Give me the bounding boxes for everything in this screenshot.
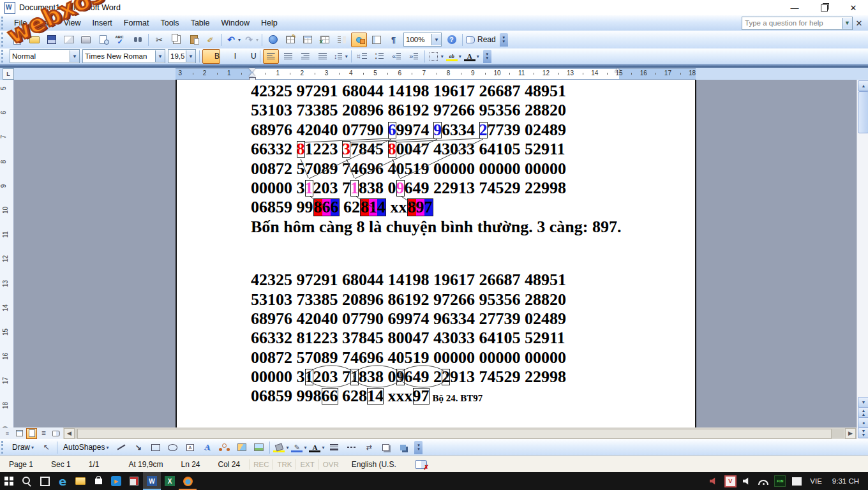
menu-help[interactable]: Help [255,17,283,29]
volume-mixer-icon[interactable] [705,472,722,490]
font-combo[interactable]: Times New Roman▼ [82,49,165,63]
menu-format[interactable]: Format [118,17,155,29]
line-icon-button[interactable] [113,440,129,455]
dash-style-icon-button[interactable] [343,440,359,455]
restore-button[interactable] [809,0,839,15]
chevron-down-icon[interactable]: ▼ [70,50,79,62]
threed-style-icon-button[interactable] [395,440,411,455]
wifi-icon[interactable] [755,472,772,490]
search-icon[interactable] [18,472,36,490]
numbering-icon-button[interactable] [354,49,370,64]
fill-color-icon-button[interactable]: ▾ [273,440,289,455]
previous-page-icon[interactable]: ▲▲ [858,407,868,418]
horizontal-scroll-thumb[interactable] [77,429,832,439]
first-line-indent-marker[interactable] [249,68,255,72]
minimize-button[interactable]: — [780,0,809,15]
menu-edit[interactable]: Edit [33,17,58,29]
chevron-down-icon[interactable]: ▼ [155,50,165,62]
italic-button-button[interactable]: I [221,49,237,64]
word-taskbar-icon[interactable]: W [143,472,161,490]
vertical-scroll-thumb[interactable] [858,91,868,133]
hanging-indent-marker[interactable] [249,73,255,77]
action-center-icon[interactable] [788,472,805,490]
outline-view-button[interactable] [38,428,49,439]
menu-file[interactable]: File [8,17,33,29]
vertical-ruler[interactable]: 5678910111213141516171819 [0,80,14,427]
picture-icon-button[interactable] [251,440,267,455]
draw-menu[interactable]: Draw▾ [9,440,37,455]
toolbar-options-icon[interactable]: ▾▾ [483,50,491,63]
vertical-scrollbar[interactable]: ▲ ▼ ▲▲ ● ▼▼ [857,80,868,439]
toolbar-grip[interactable] [1,50,6,62]
unikey-icon[interactable] [125,472,143,490]
arrow-icon-button[interactable] [130,440,146,455]
horizontal-scroll-track[interactable] [76,429,844,438]
tab-selector[interactable]: L [3,68,14,80]
toolbar-grip[interactable] [1,17,6,29]
file-explorer-icon[interactable] [71,472,89,490]
select-browse-object-icon[interactable]: ● [858,417,868,428]
new-document-icon-button[interactable] [9,33,25,47]
font-color2-icon-button[interactable]: ▾ [308,440,325,455]
help-icon-button[interactable] [444,33,460,47]
status-flag-ext[interactable]: EXT [296,459,318,470]
bold-button-button[interactable]: B [202,49,220,64]
oval-icon-button[interactable] [165,440,181,455]
select-objects-icon-button[interactable] [38,440,54,455]
menu-table[interactable]: Table [185,17,216,29]
size-combo[interactable]: 19,5▼ [168,49,196,63]
document-content[interactable]: 42325 97291 68044 14198 19617 26687 4895… [251,82,621,406]
mail-icon-button[interactable] [61,33,77,47]
clock[interactable]: 9:31 CH [827,477,868,485]
spelling-status-icon[interactable] [415,460,427,469]
insert-table-icon-button[interactable] [299,33,315,47]
style-combo[interactable]: Normal▼ [10,49,80,63]
format-painter-icon-button[interactable] [203,33,219,47]
chevron-down-icon[interactable]: ▼ [842,18,852,29]
paste-icon-button[interactable] [186,33,202,47]
cut-icon-button[interactable] [151,33,167,47]
clip-art-icon-button[interactable] [234,440,250,455]
shadow-style-icon-button[interactable] [378,440,394,455]
arrow-style-icon-button[interactable] [361,440,377,455]
question-help-combo[interactable]: Type a question for help ▼ [742,17,853,30]
menubar-close-icon[interactable]: ✕ [853,19,865,28]
align-right-icon-button[interactable] [297,49,313,64]
text-box-icon-button[interactable] [182,440,198,455]
print-icon-button[interactable] [78,33,94,47]
decrease-indent-icon-button[interactable] [389,49,405,64]
scroll-down-icon[interactable]: ▼ [858,397,868,408]
line-color-icon-button[interactable]: ▾ [290,440,307,455]
reading-layout-view-button[interactable] [50,428,61,439]
unikey-tray-icon[interactable]: V [722,472,738,490]
scroll-right-icon[interactable]: ▶ [845,428,856,439]
align-center-icon-button[interactable] [280,49,296,64]
toolbar-options-icon[interactable]: ▾▾ [414,441,423,454]
language-indicator[interactable]: VIE [805,477,827,485]
store-icon[interactable] [89,472,107,490]
task-view-icon[interactable] [36,472,54,490]
read-icon-button[interactable]: Read [465,33,497,47]
toolbar-grip[interactable] [1,33,6,47]
research-icon-button[interactable] [130,33,146,47]
bullets-icon-button[interactable] [371,49,387,64]
close-button[interactable]: ✕ [839,0,868,15]
rectangle-icon-button[interactable] [147,440,163,455]
normal-view-button[interactable] [2,428,13,439]
highlight-icon-button[interactable]: ▾ [445,49,462,64]
scroll-left-icon[interactable]: ◀ [64,428,75,439]
speaker-icon[interactable] [738,472,755,490]
chevron-down-icon[interactable]: ▼ [186,50,195,62]
fun-tray-icon[interactable]: FUN [772,472,788,490]
spelling-icon-button[interactable] [112,33,128,47]
undo-icon-button[interactable]: ▾ [225,33,241,47]
open-icon-button[interactable] [26,33,42,47]
edge-icon[interactable] [54,472,71,490]
align-left-icon-button[interactable] [263,49,279,64]
start-button[interactable] [0,472,18,490]
toolbar-grip[interactable] [1,441,6,454]
scroll-up-icon[interactable]: ▲ [858,80,868,91]
hyperlink-icon-button[interactable] [265,33,281,47]
status-flag-ovr[interactable]: OVR [318,459,343,470]
excel-taskbar-icon[interactable]: X [161,472,179,490]
